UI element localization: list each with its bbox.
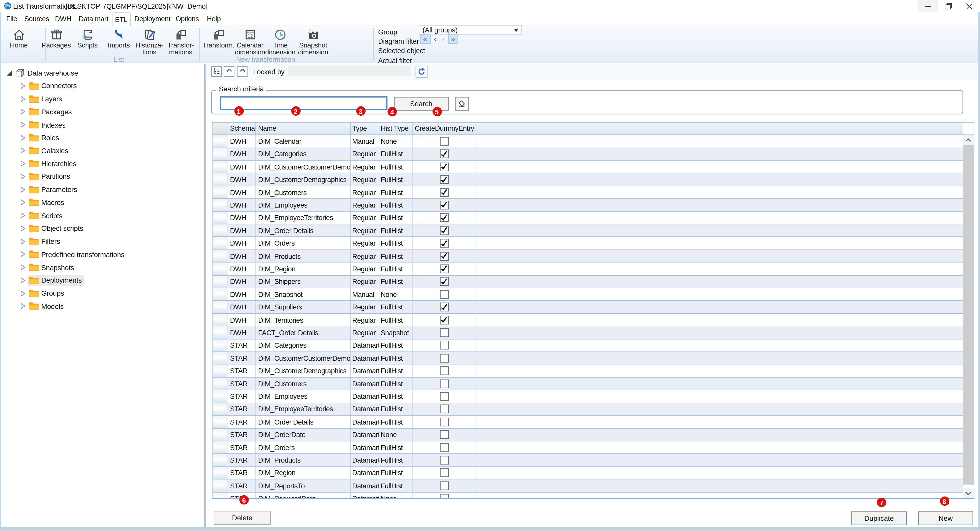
table-row-star-dim-products[interactable]: STARDIM_ProductsDatamartFullHist <box>212 454 974 467</box>
menu-tab-help[interactable]: Help <box>207 12 221 25</box>
column-header-hist-type[interactable]: Hist Type <box>379 123 413 135</box>
expander-collapsed-icon[interactable] <box>20 303 25 310</box>
checkbox[interactable] <box>440 201 449 209</box>
column-header-type[interactable]: Type <box>351 123 379 135</box>
list-view-button[interactable] <box>211 66 222 76</box>
expander-collapsed-icon[interactable] <box>20 264 25 271</box>
table-row-star-dim-customercustomerdemo[interactable]: STARDIM_CustomerCustomerDemoDatamartFull… <box>212 352 974 365</box>
checkbox[interactable] <box>440 481 449 490</box>
expander-collapsed-icon[interactable] <box>20 121 25 128</box>
column-header-name[interactable]: Name <box>256 123 351 135</box>
diagram-filter-prev-button[interactable]: ‹ <box>431 35 439 44</box>
ribbon-button-snapshotdimension[interactable]: Snapshotdimension <box>297 28 329 56</box>
table-row-star-dim-employeeterritories[interactable]: STARDIM_EmployeeTerritoriesDatamartFullH… <box>212 403 974 416</box>
checkbox[interactable] <box>440 303 449 312</box>
expander-collapsed-icon[interactable] <box>20 212 25 219</box>
redo-button[interactable] <box>237 66 248 76</box>
clear-search-button[interactable] <box>455 97 469 111</box>
tree-item-predefined-transformations[interactable]: Predefined transformations <box>1 248 204 261</box>
expander-collapsed-icon[interactable] <box>20 277 25 283</box>
expander-collapsed-icon[interactable] <box>20 108 25 115</box>
row-selector[interactable] <box>212 314 227 326</box>
tree-item-groups[interactable]: Groups <box>1 287 204 300</box>
expander-collapsed-icon[interactable] <box>20 186 25 193</box>
row-selector[interactable] <box>212 288 227 301</box>
duplicate-button[interactable]: Duplicate <box>851 511 907 525</box>
checkbox[interactable] <box>440 188 449 197</box>
table-row-star-dim-reportsto[interactable]: STARDIM_ReportsToDatamartFullHist <box>212 480 974 492</box>
row-selector[interactable] <box>212 429 227 441</box>
checkbox[interactable] <box>440 456 449 465</box>
table-row-dwh-dim-territories[interactable]: DWHDIM_TerritoriesRegularFullHist <box>212 314 974 326</box>
table-row-star-dim-customers[interactable]: STARDIM_CustomersDatamartFullHist <box>212 377 974 390</box>
row-selector[interactable] <box>212 454 227 466</box>
column-header-schema[interactable]: Schema <box>227 123 256 135</box>
ribbon-button-calendardimension[interactable]: 12Calendardimension <box>234 28 266 56</box>
menu-tab-options[interactable]: Options <box>176 12 199 25</box>
diagram-filter-next-button[interactable]: › <box>440 35 447 44</box>
menu-tab-sources[interactable]: Sources <box>24 12 49 25</box>
table-row-dwh-dim-customercustomerdemo[interactable]: DWHDIM_CustomerCustomerDemoRegularFullHi… <box>212 161 974 173</box>
table-row-dwh-dim-orders[interactable]: DWHDIM_OrdersRegularFullHist <box>212 237 974 250</box>
checkbox[interactable] <box>440 277 449 286</box>
checkbox[interactable] <box>440 494 449 498</box>
checkbox[interactable] <box>440 213 449 222</box>
diagram-filter-last-button[interactable]: » <box>448 35 458 44</box>
tree-item-filters[interactable]: Filters <box>1 235 204 248</box>
menu-tab-data-mart[interactable]: Data mart <box>79 12 108 25</box>
row-selector[interactable] <box>212 250 227 262</box>
row-selector[interactable] <box>212 390 227 403</box>
table-row-star-dim-region[interactable]: STARDIM_RegionDatamartFullHist <box>212 467 974 480</box>
row-selector[interactable] <box>212 173 227 186</box>
column-header-createdummyentry[interactable]: CreateDummyEntry <box>413 123 476 135</box>
expander-collapsed-icon[interactable] <box>20 199 25 206</box>
row-selector[interactable] <box>212 467 227 479</box>
expander-collapsed-icon[interactable] <box>20 290 25 297</box>
checkbox[interactable] <box>440 405 449 414</box>
tree-item-packages[interactable]: Packages <box>1 105 204 118</box>
table-row-star-dim-customerdemographics[interactable]: STARDIM_CustomerDemographicsDatamartFull… <box>212 365 974 377</box>
table-row-dwh-dim-suppliers[interactable]: DWHDIM_SuppliersRegularFullHist <box>212 301 974 314</box>
minimize-button[interactable] <box>918 0 938 12</box>
table-row-dwh-dim-products[interactable]: DWHDIM_ProductsRegularFullHist <box>212 250 974 263</box>
checkbox[interactable] <box>440 239 449 248</box>
row-selector[interactable] <box>212 275 227 288</box>
row-selector[interactable] <box>212 416 227 428</box>
checkbox[interactable] <box>440 354 449 363</box>
tree-item-partitions[interactable]: Partitions <box>1 170 204 183</box>
table-row-star-dim-orders[interactable]: STARDIM_OrdersDatamartFullHist <box>212 441 974 454</box>
tree-item-layers[interactable]: Layers <box>1 92 204 105</box>
tree-item-connectors[interactable]: Connectors <box>1 80 204 92</box>
row-selector[interactable] <box>212 237 227 250</box>
row-selector[interactable] <box>212 326 227 339</box>
refresh-button[interactable] <box>416 65 428 77</box>
tree-item-scripts[interactable]: Scripts <box>1 209 204 222</box>
checkbox[interactable] <box>440 252 449 260</box>
row-selector[interactable] <box>212 224 227 237</box>
tree-item-galaxies[interactable]: Galaxies <box>1 144 204 157</box>
table-row-dwh-fact-order-details[interactable]: DWHFACT_Order DetailsRegularSnapshot <box>212 326 974 339</box>
menu-tab-etl[interactable]: ETL <box>112 12 130 26</box>
row-selector[interactable] <box>212 480 227 492</box>
table-row-dwh-dim-employeeterritories[interactable]: DWHDIM_EmployeeTerritoriesRegularFullHis… <box>212 212 974 224</box>
restore-button[interactable] <box>938 0 959 12</box>
ribbon-button-historiza-tions[interactable]: Historiza-tions <box>133 28 165 56</box>
tree-item-object-scripts[interactable]: Object scripts <box>1 222 204 235</box>
vertical-scrollbar[interactable] <box>963 135 974 498</box>
row-selector[interactable] <box>212 263 227 275</box>
checkbox[interactable] <box>440 137 449 145</box>
checkbox[interactable] <box>440 430 449 439</box>
expander-expanded-icon[interactable] <box>6 70 12 76</box>
table-row-star-dim-requireddate[interactable]: STARDIM_RequiredDateDatamartNone <box>212 492 974 499</box>
scroll-up-button[interactable] <box>963 135 974 145</box>
expander-collapsed-icon[interactable] <box>20 147 25 154</box>
undo-button[interactable] <box>224 66 234 76</box>
tree-item-deployments[interactable]: Deployments <box>1 274 204 287</box>
checkbox[interactable] <box>440 367 449 375</box>
row-selector[interactable] <box>212 492 227 499</box>
checkbox[interactable] <box>440 175 449 184</box>
expander-collapsed-icon[interactable] <box>20 95 25 102</box>
menu-tab-deployment[interactable]: Deployment <box>135 12 170 25</box>
menu-tab-dwh[interactable]: DWH <box>55 12 72 25</box>
ribbon-button-transfor-mations[interactable]: Transfor-mations <box>164 28 197 56</box>
